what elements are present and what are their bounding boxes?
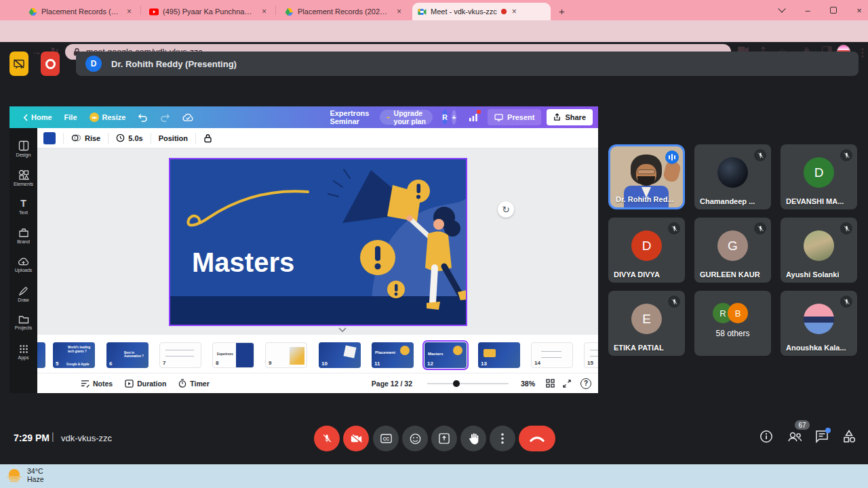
present-button[interactable]: Present: [488, 109, 541, 125]
sidebar-item-text[interactable]: T Text: [9, 199, 37, 215]
chat-unread-dot: [825, 428, 831, 433]
tab-placement-records-1[interactable]: Placement Records (2022-23) - G ×: [23, 3, 138, 20]
recording-indicator-button[interactable]: [41, 52, 60, 76]
canva-resize-button[interactable]: Resize: [90, 113, 126, 122]
thumbnail-6[interactable]: Best in Automation ? 6: [106, 342, 149, 368]
thumbnail-11[interactable]: Placement 11: [372, 342, 414, 368]
notification-dot: [477, 110, 481, 114]
svg-text:CC: CC: [382, 436, 389, 441]
sidebar-item-elements[interactable]: Elements: [9, 169, 37, 186]
undo-button[interactable]: [138, 113, 148, 122]
mic-off-icon: [754, 149, 766, 161]
thumbnail-14[interactable]: 14: [531, 342, 573, 368]
canva-context-toolbar: Rise 5.0s Position: [37, 128, 598, 148]
raise-hand-button[interactable]: [460, 426, 486, 451]
participant-name: DIVYA DIVYA: [614, 270, 660, 279]
sidebar-item-uploads[interactable]: Uploads: [9, 257, 37, 272]
timer-button[interactable]: Timer: [178, 379, 209, 388]
tab-meet-active[interactable]: Meet - vdk-vkus-zzc ×: [412, 3, 551, 20]
new-tab-button[interactable]: +: [559, 5, 565, 17]
meeting-code: vdk-vkus-zzc: [61, 433, 112, 443]
meeting-details-info-button[interactable]: [760, 430, 773, 443]
mic-off-icon: [754, 222, 766, 235]
thumbnail-12-selected[interactable]: Masters 12: [425, 342, 467, 368]
thumbnail-4-partial[interactable]: [37, 342, 45, 368]
forward-icon[interactable]: →: [31, 45, 41, 57]
presentation-off-button[interactable]: [9, 52, 28, 76]
position-button[interactable]: Position: [159, 134, 188, 142]
participant-tile[interactable]: D DIVYA DIVYA: [608, 218, 685, 283]
fullscreen-button[interactable]: [563, 380, 571, 388]
doc-title[interactable]: Expertrons Seminar: [330, 109, 369, 125]
account-avatar[interactable]: R: [442, 110, 448, 125]
thumbnail-5[interactable]: World's leading tech giants ? Google & A…: [53, 342, 95, 368]
participant-tile[interactable]: Ayushi Solanki: [781, 218, 857, 283]
thumbnail-15[interactable]: 15: [584, 342, 598, 368]
slide-editor[interactable]: Masters: [169, 158, 467, 326]
slider-handle[interactable]: [453, 380, 460, 387]
participant-tile-overflow[interactable]: R B 58 others: [694, 291, 771, 356]
tab-close-icon[interactable]: ×: [127, 7, 132, 16]
camera-toggle-button[interactable]: [343, 426, 369, 451]
chat-panel-button[interactable]: [815, 430, 829, 443]
sync-rotate-button[interactable]: ↻: [498, 201, 514, 218]
insights-chart-button[interactable]: [469, 113, 478, 122]
share-button[interactable]: Share: [547, 109, 593, 125]
participant-tile[interactable]: Chamandeep ...: [694, 144, 771, 209]
thumbnail-8[interactable]: Expertrons 8: [212, 342, 254, 368]
color-swatch[interactable]: [43, 132, 56, 144]
zoom-slider[interactable]: [427, 383, 509, 384]
upgrade-plan-button[interactable]: Upgrade your plan: [380, 110, 433, 125]
participant-tile[interactable]: Anoushka Kala...: [781, 291, 857, 356]
help-button[interactable]: ?: [580, 378, 591, 389]
duration-button-bottom[interactable]: Duration: [125, 380, 166, 388]
canva-file-menu[interactable]: File: [64, 113, 77, 121]
tab-separator: [275, 5, 276, 15]
canva-home-button[interactable]: Home: [23, 113, 52, 121]
weather-widget[interactable]: 34°CHaze: [5, 466, 44, 484]
tab-search-chevron[interactable]: [772, 4, 792, 16]
sidebar-item-design[interactable]: Design: [9, 140, 37, 157]
participant-tile[interactable]: E ETIKA PATIAL: [608, 291, 685, 356]
people-panel-button[interactable]: [787, 430, 803, 443]
present-screen-button[interactable]: [431, 426, 457, 451]
activities-button[interactable]: [842, 430, 856, 443]
participant-tile[interactable]: G GURLEEN KAUR: [694, 218, 771, 283]
mic-toggle-button[interactable]: [314, 426, 340, 451]
grid-view-button[interactable]: [546, 379, 555, 388]
sidebar-item-apps[interactable]: Apps: [9, 344, 37, 360]
participant-tile[interactable]: D DEVANSHI MA...: [781, 144, 857, 209]
tab-youtube[interactable]: (495) Pyaar Ka Punchnama Movi ×: [144, 3, 273, 20]
participant-tile-presenter[interactable]: Dr. Rohith Red...: [608, 144, 685, 209]
tab-placement-records-2[interactable]: Placement Records (2022-23) - G ×: [279, 3, 408, 20]
tab-close-icon[interactable]: ×: [512, 7, 517, 16]
sidebar-item-draw[interactable]: Draw: [9, 286, 37, 302]
end-call-button[interactable]: [519, 426, 555, 451]
duration-button[interactable]: 5.0s: [116, 134, 142, 142]
window-minimize-button[interactable]: –: [797, 4, 818, 16]
tab-close-icon[interactable]: ×: [397, 7, 401, 16]
slide-illustration: Masters: [170, 159, 466, 325]
window-maximize-button[interactable]: [823, 4, 844, 16]
collapse-chevron[interactable]: [338, 327, 347, 332]
add-member-button[interactable]: +: [452, 110, 456, 125]
more-options-button[interactable]: [490, 426, 515, 451]
thumbnail-7[interactable]: 7: [159, 342, 201, 368]
window-close-button[interactable]: ×: [849, 4, 868, 16]
thumbnail-9[interactable]: 9: [265, 342, 307, 368]
play-box-icon: [125, 380, 134, 388]
browser-menu-icon[interactable]: ⋮: [857, 46, 868, 59]
reactions-emoji-button[interactable]: [402, 426, 428, 451]
notes-button[interactable]: Notes: [81, 380, 113, 388]
thumbnail-10[interactable]: 10: [319, 342, 361, 368]
canva-canvas-area: Masters ↻: [37, 148, 598, 335]
redo-button[interactable]: [160, 113, 170, 122]
lock-toggle-icon[interactable]: [203, 134, 212, 143]
animation-button[interactable]: Rise: [71, 134, 100, 142]
captions-button[interactable]: CC: [373, 426, 399, 451]
tab-close-icon[interactable]: ×: [262, 7, 267, 16]
participant-name: GURLEEN KAUR: [700, 270, 760, 279]
sidebar-item-projects[interactable]: Projects: [9, 315, 37, 330]
thumbnail-13[interactable]: 13: [478, 342, 520, 368]
sidebar-item-brand[interactable]: Brand: [9, 228, 37, 244]
